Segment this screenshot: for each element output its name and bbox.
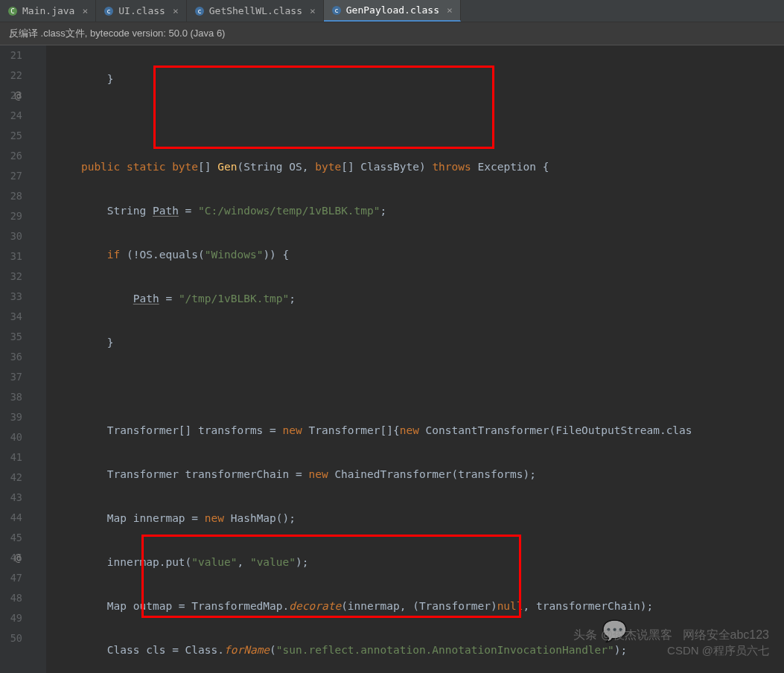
editor-tabs: C Main.java × c UI.class × c GetShellWL.… <box>0 0 784 22</box>
tab-getshellwl-class[interactable]: c GetShellWL.class × <box>187 0 324 22</box>
svg-text:c: c <box>197 7 201 15</box>
tab-main-java[interactable]: C Main.java × <box>0 0 96 22</box>
svg-text:c: c <box>107 7 111 15</box>
decompiled-class-icon: c <box>194 6 205 16</box>
tab-label: Main.java <box>22 5 74 16</box>
close-icon[interactable]: × <box>173 5 179 16</box>
close-icon[interactable]: × <box>82 5 88 16</box>
close-icon[interactable]: × <box>447 4 453 16</box>
wechat-icon: 💬 <box>602 619 628 643</box>
svg-text:C: C <box>10 7 14 15</box>
code-editor[interactable]: 212223@242526272829303132333435363738394… <box>0 45 784 673</box>
decompile-banner: 反编译 .class文件, bytecode version: 50.0 (Ja… <box>0 22 784 45</box>
fold-column <box>36 45 46 673</box>
tab-label: GetShellWL.class <box>209 5 302 16</box>
tab-label: UI.class <box>118 5 165 16</box>
code-area[interactable]: } public static byte[] Gen(String OS, by… <box>46 45 784 673</box>
line-gutter: 212223@242526272829303132333435363738394… <box>0 45 36 673</box>
svg-text:c: c <box>334 7 338 14</box>
decompiled-class-icon: c <box>103 6 114 16</box>
close-icon[interactable]: × <box>310 5 316 16</box>
java-class-icon: C <box>7 6 18 16</box>
tab-label: GenPayload.class <box>346 4 439 16</box>
tab-genpayload-class[interactable]: c GenPayload.class × <box>324 0 461 22</box>
decompiled-class-icon: c <box>331 5 342 16</box>
tab-ui-class[interactable]: c UI.class × <box>96 0 186 22</box>
